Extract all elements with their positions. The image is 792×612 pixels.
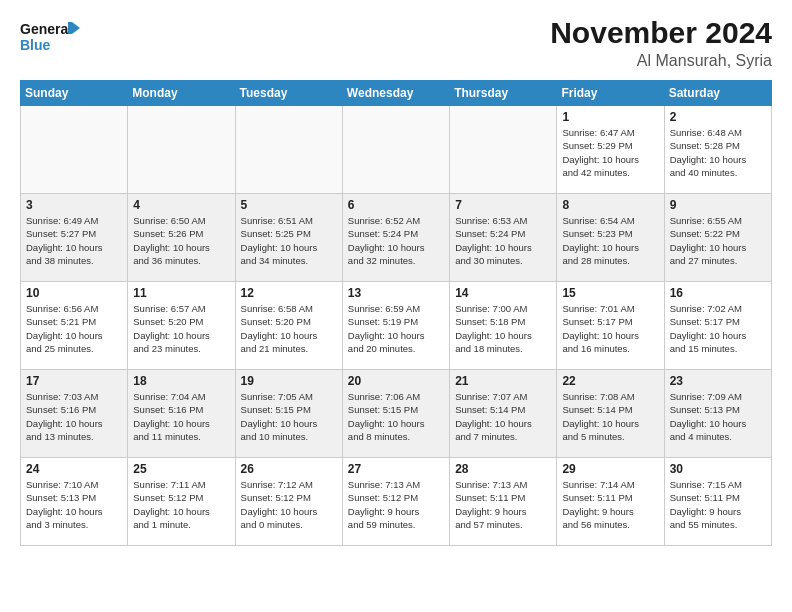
day-number: 4	[133, 198, 229, 212]
day-info: Sunrise: 6:56 AM Sunset: 5:21 PM Dayligh…	[26, 302, 122, 355]
weekday-header-thursday: Thursday	[450, 81, 557, 106]
day-info: Sunrise: 6:52 AM Sunset: 5:24 PM Dayligh…	[348, 214, 444, 267]
day-info: Sunrise: 7:05 AM Sunset: 5:15 PM Dayligh…	[241, 390, 337, 443]
day-number: 27	[348, 462, 444, 476]
day-number: 8	[562, 198, 658, 212]
calendar-cell: 23Sunrise: 7:09 AM Sunset: 5:13 PM Dayli…	[664, 370, 771, 458]
day-info: Sunrise: 6:57 AM Sunset: 5:20 PM Dayligh…	[133, 302, 229, 355]
day-info: Sunrise: 7:01 AM Sunset: 5:17 PM Dayligh…	[562, 302, 658, 355]
day-number: 15	[562, 286, 658, 300]
day-number: 6	[348, 198, 444, 212]
day-info: Sunrise: 7:15 AM Sunset: 5:11 PM Dayligh…	[670, 478, 766, 531]
day-info: Sunrise: 6:58 AM Sunset: 5:20 PM Dayligh…	[241, 302, 337, 355]
day-info: Sunrise: 6:47 AM Sunset: 5:29 PM Dayligh…	[562, 126, 658, 179]
day-number: 14	[455, 286, 551, 300]
calendar-cell: 3Sunrise: 6:49 AM Sunset: 5:27 PM Daylig…	[21, 194, 128, 282]
calendar-cell: 16Sunrise: 7:02 AM Sunset: 5:17 PM Dayli…	[664, 282, 771, 370]
calendar-cell: 11Sunrise: 6:57 AM Sunset: 5:20 PM Dayli…	[128, 282, 235, 370]
day-number: 26	[241, 462, 337, 476]
calendar-cell: 22Sunrise: 7:08 AM Sunset: 5:14 PM Dayli…	[557, 370, 664, 458]
day-info: Sunrise: 7:03 AM Sunset: 5:16 PM Dayligh…	[26, 390, 122, 443]
location-title: Al Mansurah, Syria	[550, 52, 772, 70]
day-info: Sunrise: 6:50 AM Sunset: 5:26 PM Dayligh…	[133, 214, 229, 267]
calendar-cell: 5Sunrise: 6:51 AM Sunset: 5:25 PM Daylig…	[235, 194, 342, 282]
day-info: Sunrise: 7:08 AM Sunset: 5:14 PM Dayligh…	[562, 390, 658, 443]
day-info: Sunrise: 7:10 AM Sunset: 5:13 PM Dayligh…	[26, 478, 122, 531]
day-info: Sunrise: 6:51 AM Sunset: 5:25 PM Dayligh…	[241, 214, 337, 267]
day-number: 20	[348, 374, 444, 388]
calendar-cell: 20Sunrise: 7:06 AM Sunset: 5:15 PM Dayli…	[342, 370, 449, 458]
day-number: 5	[241, 198, 337, 212]
logo: General Blue	[20, 16, 80, 64]
svg-marker-2	[72, 22, 80, 34]
weekday-header-monday: Monday	[128, 81, 235, 106]
calendar-cell: 8Sunrise: 6:54 AM Sunset: 5:23 PM Daylig…	[557, 194, 664, 282]
calendar-cell: 13Sunrise: 6:59 AM Sunset: 5:19 PM Dayli…	[342, 282, 449, 370]
day-number: 10	[26, 286, 122, 300]
svg-text:General: General	[20, 21, 72, 37]
day-info: Sunrise: 7:02 AM Sunset: 5:17 PM Dayligh…	[670, 302, 766, 355]
day-number: 19	[241, 374, 337, 388]
day-number: 3	[26, 198, 122, 212]
week-row-4: 17Sunrise: 7:03 AM Sunset: 5:16 PM Dayli…	[21, 370, 772, 458]
day-number: 13	[348, 286, 444, 300]
day-info: Sunrise: 7:06 AM Sunset: 5:15 PM Dayligh…	[348, 390, 444, 443]
calendar-cell: 26Sunrise: 7:12 AM Sunset: 5:12 PM Dayli…	[235, 458, 342, 546]
title-block: November 2024 Al Mansurah, Syria	[550, 16, 772, 70]
weekday-header-row: SundayMondayTuesdayWednesdayThursdayFrid…	[21, 81, 772, 106]
calendar-cell	[21, 106, 128, 194]
day-number: 17	[26, 374, 122, 388]
weekday-header-saturday: Saturday	[664, 81, 771, 106]
day-number: 1	[562, 110, 658, 124]
weekday-header-wednesday: Wednesday	[342, 81, 449, 106]
weekday-header-sunday: Sunday	[21, 81, 128, 106]
month-title: November 2024	[550, 16, 772, 50]
day-info: Sunrise: 7:11 AM Sunset: 5:12 PM Dayligh…	[133, 478, 229, 531]
day-number: 25	[133, 462, 229, 476]
day-info: Sunrise: 7:00 AM Sunset: 5:18 PM Dayligh…	[455, 302, 551, 355]
calendar-cell: 12Sunrise: 6:58 AM Sunset: 5:20 PM Dayli…	[235, 282, 342, 370]
day-number: 2	[670, 110, 766, 124]
calendar-cell: 15Sunrise: 7:01 AM Sunset: 5:17 PM Dayli…	[557, 282, 664, 370]
svg-rect-3	[68, 22, 72, 34]
calendar-cell	[342, 106, 449, 194]
week-row-3: 10Sunrise: 6:56 AM Sunset: 5:21 PM Dayli…	[21, 282, 772, 370]
day-info: Sunrise: 7:09 AM Sunset: 5:13 PM Dayligh…	[670, 390, 766, 443]
week-row-5: 24Sunrise: 7:10 AM Sunset: 5:13 PM Dayli…	[21, 458, 772, 546]
logo-icon: General Blue	[20, 16, 80, 60]
calendar-cell: 28Sunrise: 7:13 AM Sunset: 5:11 PM Dayli…	[450, 458, 557, 546]
calendar-cell: 25Sunrise: 7:11 AM Sunset: 5:12 PM Dayli…	[128, 458, 235, 546]
calendar-cell: 19Sunrise: 7:05 AM Sunset: 5:15 PM Dayli…	[235, 370, 342, 458]
calendar-cell: 7Sunrise: 6:53 AM Sunset: 5:24 PM Daylig…	[450, 194, 557, 282]
day-info: Sunrise: 6:54 AM Sunset: 5:23 PM Dayligh…	[562, 214, 658, 267]
week-row-1: 1Sunrise: 6:47 AM Sunset: 5:29 PM Daylig…	[21, 106, 772, 194]
day-number: 21	[455, 374, 551, 388]
day-info: Sunrise: 7:12 AM Sunset: 5:12 PM Dayligh…	[241, 478, 337, 531]
day-number: 30	[670, 462, 766, 476]
day-info: Sunrise: 7:14 AM Sunset: 5:11 PM Dayligh…	[562, 478, 658, 531]
day-number: 18	[133, 374, 229, 388]
day-number: 28	[455, 462, 551, 476]
day-number: 12	[241, 286, 337, 300]
day-info: Sunrise: 6:59 AM Sunset: 5:19 PM Dayligh…	[348, 302, 444, 355]
calendar: SundayMondayTuesdayWednesdayThursdayFrid…	[20, 80, 772, 546]
week-row-2: 3Sunrise: 6:49 AM Sunset: 5:27 PM Daylig…	[21, 194, 772, 282]
day-info: Sunrise: 6:55 AM Sunset: 5:22 PM Dayligh…	[670, 214, 766, 267]
calendar-cell: 27Sunrise: 7:13 AM Sunset: 5:12 PM Dayli…	[342, 458, 449, 546]
day-number: 9	[670, 198, 766, 212]
calendar-cell: 29Sunrise: 7:14 AM Sunset: 5:11 PM Dayli…	[557, 458, 664, 546]
calendar-cell: 10Sunrise: 6:56 AM Sunset: 5:21 PM Dayli…	[21, 282, 128, 370]
day-number: 16	[670, 286, 766, 300]
header: General Blue November 2024 Al Mansurah, …	[20, 16, 772, 70]
calendar-cell: 4Sunrise: 6:50 AM Sunset: 5:26 PM Daylig…	[128, 194, 235, 282]
calendar-cell: 21Sunrise: 7:07 AM Sunset: 5:14 PM Dayli…	[450, 370, 557, 458]
calendar-cell: 1Sunrise: 6:47 AM Sunset: 5:29 PM Daylig…	[557, 106, 664, 194]
page: General Blue November 2024 Al Mansurah, …	[0, 0, 792, 612]
calendar-cell: 2Sunrise: 6:48 AM Sunset: 5:28 PM Daylig…	[664, 106, 771, 194]
day-info: Sunrise: 7:13 AM Sunset: 5:11 PM Dayligh…	[455, 478, 551, 531]
day-info: Sunrise: 6:53 AM Sunset: 5:24 PM Dayligh…	[455, 214, 551, 267]
day-info: Sunrise: 6:48 AM Sunset: 5:28 PM Dayligh…	[670, 126, 766, 179]
day-info: Sunrise: 7:13 AM Sunset: 5:12 PM Dayligh…	[348, 478, 444, 531]
calendar-cell: 18Sunrise: 7:04 AM Sunset: 5:16 PM Dayli…	[128, 370, 235, 458]
day-number: 29	[562, 462, 658, 476]
